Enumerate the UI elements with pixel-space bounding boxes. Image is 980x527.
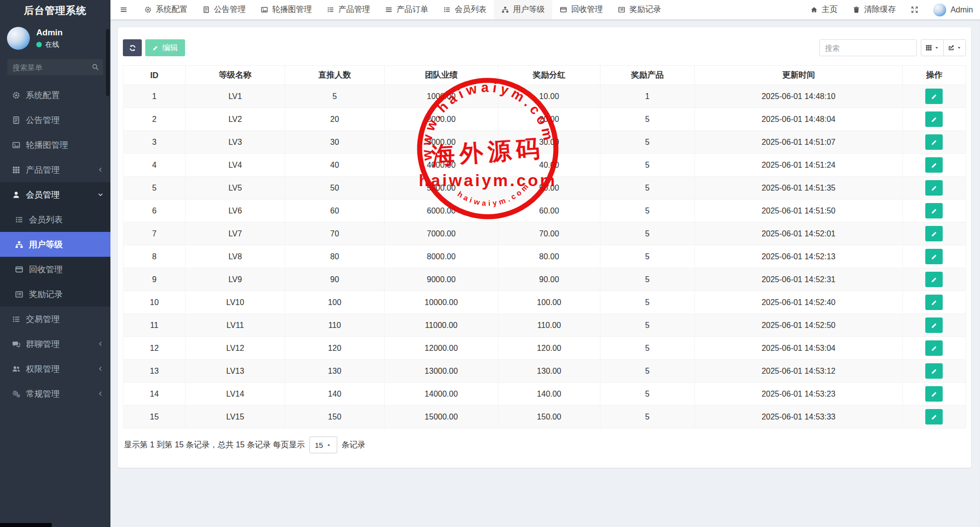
sidebar-item-banner-management[interactable]: 轮播图管理 <box>0 132 110 157</box>
topbar-user-name: Admin <box>951 5 973 14</box>
cell-direct: 80 <box>285 245 385 268</box>
cell-product: 5 <box>600 154 694 177</box>
table-search-input[interactable] <box>819 39 917 56</box>
topbar-tab-label: 产品管理 <box>338 4 370 15</box>
sidebar-item-recycle-management[interactable]: 回收管理 <box>0 257 110 282</box>
credit-card-icon <box>560 6 567 13</box>
sidebar-item-system-config[interactable]: 系统配置 <box>0 83 110 107</box>
sidebar-item-product-management[interactable]: 产品管理 <box>0 157 110 182</box>
column-header-product: 奖励产品 <box>600 66 694 85</box>
edit-row-button[interactable] <box>925 226 943 241</box>
cell-bonus: 20.00 <box>498 108 600 131</box>
cell-team: 14000.00 <box>385 383 498 406</box>
chevron-left-icon <box>98 391 103 397</box>
topbar-tab-user-level[interactable]: 用户等级 <box>494 0 552 19</box>
edit-button-label: 编辑 <box>162 43 178 53</box>
edit-row-button[interactable] <box>925 340 943 356</box>
chevron-left-icon <box>98 167 103 173</box>
sidebar-item-general-management[interactable]: 常规管理 <box>0 381 110 406</box>
fullscreen-button[interactable] <box>903 0 926 19</box>
topbar-tab-notice-management[interactable]: 公告管理 <box>195 0 253 19</box>
table-row: 11LV1111011000.00110.0052025-06-01 14:52… <box>123 314 966 337</box>
page-size-select[interactable]: 15 <box>309 436 337 453</box>
cell-name: LV10 <box>186 291 285 314</box>
cell-action <box>902 291 966 314</box>
edit-row-button[interactable] <box>925 295 943 310</box>
topbar-tab-member-list[interactable]: 会员列表 <box>436 0 494 19</box>
edit-row-button[interactable] <box>925 386 943 402</box>
cell-direct: 50 <box>285 177 385 200</box>
edit-row-button[interactable] <box>925 180 943 196</box>
sidebar-search-input[interactable] <box>7 59 103 76</box>
table-toolbar: 编辑 <box>123 39 966 56</box>
cell-team: 3000.00 <box>385 131 498 154</box>
sidebar-item-notice-management[interactable]: 公告管理 <box>0 107 110 132</box>
trash-icon <box>853 6 860 13</box>
edit-row-button[interactable] <box>925 134 943 150</box>
cell-id: 2 <box>123 108 186 131</box>
export-button[interactable] <box>943 39 966 56</box>
sidebar-item-trade-management[interactable]: 交易管理 <box>0 307 110 331</box>
cell-direct: 140 <box>285 383 385 406</box>
sidebar-item-label: 会员列表 <box>29 214 63 225</box>
column-header-action: 操作 <box>902 66 966 85</box>
edit-row-button[interactable] <box>925 203 943 218</box>
topbar-tab-product-management[interactable]: 产品管理 <box>319 0 378 19</box>
cell-id: 14 <box>123 383 186 406</box>
columns-toggle-button[interactable] <box>921 39 944 56</box>
sidebar-search <box>7 59 103 76</box>
cell-bonus: 30.00 <box>498 131 600 154</box>
cell-action <box>902 85 966 108</box>
cell-updated: 2025-06-01 14:48:04 <box>694 108 902 131</box>
column-header-updated: 更新时间 <box>694 66 902 85</box>
cell-product: 5 <box>600 222 694 245</box>
home-button[interactable]: 主页 <box>803 0 845 19</box>
topbar-tab-product-orders[interactable]: 产品订单 <box>378 0 436 19</box>
list-alt-icon <box>15 290 23 299</box>
sidebar-item-member-management[interactable]: 会员管理 <box>0 182 110 207</box>
column-header-name: 等级名称 <box>186 66 285 85</box>
edit-row-button[interactable] <box>925 249 943 264</box>
sidebar-toggle-button[interactable] <box>110 0 137 19</box>
sidebar-item-reward-records[interactable]: 奖励记录 <box>0 282 110 307</box>
cell-name: LV8 <box>186 245 285 268</box>
user-avatar[interactable] <box>7 27 30 50</box>
refresh-button[interactable] <box>123 39 142 56</box>
topbar-tab-label: 奖励记录 <box>629 4 661 15</box>
sidebar-item-label: 用户等级 <box>29 239 63 250</box>
topbar-tab-recycle-management[interactable]: 回收管理 <box>552 0 610 19</box>
topbar-tab-reward-records[interactable]: 奖励记录 <box>610 0 669 19</box>
edit-row-button[interactable] <box>925 363 943 379</box>
column-header-id: ID <box>123 66 186 85</box>
cell-name: LV2 <box>186 108 285 131</box>
sidebar-item-permission-management[interactable]: 权限管理 <box>0 356 110 381</box>
edit-row-button[interactable] <box>925 409 943 424</box>
pencil-icon <box>931 322 938 329</box>
topbar-user-menu[interactable]: Admin <box>926 0 978 19</box>
sidebar-item-member-list[interactable]: 会员列表 <box>0 207 110 232</box>
columns-icon <box>925 44 932 51</box>
cell-direct: 70 <box>285 222 385 245</box>
edit-row-button[interactable] <box>925 157 943 173</box>
image-icon <box>12 141 20 149</box>
sidebar-scrollbar-thumb[interactable] <box>106 29 109 96</box>
table-row: 12LV1212012000.00120.0052025-06-01 14:53… <box>123 337 966 360</box>
cell-team: 5000.00 <box>385 177 498 200</box>
sidebar-item-user-level[interactable]: 用户等级 <box>0 232 110 257</box>
edit-row-button[interactable] <box>925 272 943 287</box>
refresh-icon <box>129 44 136 52</box>
cell-updated: 2025-06-01 14:52:13 <box>694 245 902 268</box>
edit-row-button[interactable] <box>925 317 943 333</box>
table-row: 4LV4404000.0040.0052025-06-01 14:51:24 <box>123 154 966 177</box>
pencil-icon <box>931 299 938 306</box>
clear-cache-button[interactable]: 清除缓存 <box>845 0 903 19</box>
sidebar-item-group-chat-management[interactable]: 群聊管理 <box>0 331 110 356</box>
edit-row-button[interactable] <box>925 111 943 127</box>
file-icon <box>202 6 210 13</box>
topbar-tab-system-config[interactable]: 系统配置 <box>137 0 195 19</box>
topbar-tab-banner-management[interactable]: 轮播图管理 <box>253 0 319 19</box>
cell-updated: 2025-06-01 14:51:35 <box>694 177 902 200</box>
edit-row-button[interactable] <box>925 89 943 104</box>
edit-button[interactable]: 编辑 <box>145 39 185 56</box>
horizontal-scrollbar-thumb[interactable] <box>0 523 52 527</box>
